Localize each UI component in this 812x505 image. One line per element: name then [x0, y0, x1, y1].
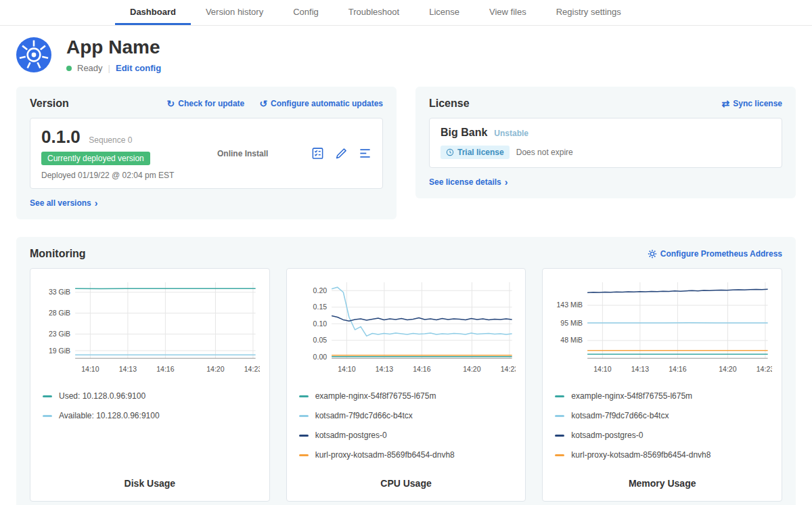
svg-text:0.05: 0.05 [313, 336, 327, 344]
chevron-right-icon: › [505, 177, 508, 187]
check-for-update-link[interactable]: ↻ Check for update [167, 99, 245, 108]
legend-label: kurl-proxy-kotsadm-8569fb6454-dnvh8 [571, 450, 710, 460]
svg-text:14:20: 14:20 [463, 365, 480, 373]
release-notes-icon[interactable] [311, 147, 324, 160]
svg-text:14:23: 14:23 [757, 365, 772, 373]
svg-text:143 MiB: 143 MiB [557, 301, 583, 309]
tab-troubleshoot[interactable]: Troubleshoot [334, 7, 414, 25]
license-card: Big Bank Unstable Trial license Does not… [429, 118, 782, 168]
legend-swatch-icon [555, 415, 564, 417]
chart-card-disk: 14:1014:1314:1614:2014:2319 GiB23 GiB28 … [30, 268, 270, 502]
memory-usage-legend: example-nginx-54f8f76755-l675mkotsadm-7f… [552, 381, 772, 470]
legend-swatch-icon [299, 415, 309, 417]
legend-item: kotsadm-postgres-0 [299, 431, 514, 440]
legend-swatch-icon [43, 415, 52, 417]
legend-item: kotsadm-7f9dc7d66c-b4tcx [555, 411, 769, 420]
svg-text:14:10: 14:10 [338, 365, 355, 373]
legend-swatch-icon [299, 454, 309, 456]
svg-text:14:20: 14:20 [719, 365, 737, 373]
configure-automatic-updates-link[interactable]: ↺ Configure automatic updates [259, 99, 383, 108]
chart-title: CPU Usage [296, 470, 516, 493]
legend-swatch-icon [299, 395, 309, 397]
version-panel: Version ↻ Check for update ↺ Configure a… [16, 87, 397, 219]
tab-license[interactable]: License [414, 7, 474, 25]
svg-text:14:13: 14:13 [375, 365, 392, 373]
sync-license-link[interactable]: ⇄ Sync license [722, 99, 782, 108]
legend-item: kurl-proxy-kotsadm-8569fb6454-dnvh8 [555, 450, 769, 460]
channel-label: Unstable [494, 129, 528, 138]
license-panel: License ⇄ Sync license Big Bank Unstable [415, 87, 796, 198]
install-type-label: Online Install [217, 149, 268, 158]
legend-label: Available: 10.128.0.96:9100 [59, 411, 160, 420]
svg-text:14:13: 14:13 [631, 365, 649, 373]
app-title: App Name [66, 37, 161, 58]
gear-icon [648, 249, 657, 259]
deploy-logs-icon[interactable] [359, 147, 371, 160]
license-expiry: Does not expire [516, 148, 573, 157]
disk-usage-chart: 14:1014:1314:1614:2014:2319 GiB23 GiB28 … [40, 277, 260, 378]
chart-title: Memory Usage [552, 470, 772, 493]
chevron-right-icon: › [95, 198, 98, 208]
refresh-icon: ↻ [167, 99, 175, 108]
deployed-timestamp: Deployed 01/19/22 @ 02:04 pm EST [41, 171, 174, 180]
sync-icon: ⇄ [722, 99, 730, 108]
legend-label: Used: 10.128.0.96:9100 [59, 391, 145, 401]
top-nav: Dashboard Version history Config Trouble… [0, 0, 812, 26]
svg-text:14:23: 14:23 [244, 365, 260, 373]
svg-text:48 MiB: 48 MiB [561, 336, 583, 344]
legend-label: example-nginx-54f8f76755-l675m [315, 391, 436, 401]
deployed-version-badge: Currently deployed version [41, 152, 150, 165]
customer-name: Big Bank [441, 127, 487, 139]
cpu-usage-legend: example-nginx-54f8f76755-l675mkotsadm-7f… [296, 381, 516, 470]
legend-item: kotsadm-7f9dc7d66c-b4tcx [299, 411, 514, 420]
svg-text:14:13: 14:13 [119, 365, 137, 373]
legend-label: example-nginx-54f8f76755-l675m [571, 391, 692, 401]
tab-version-history[interactable]: Version history [191, 7, 278, 25]
legend-item: example-nginx-54f8f76755-l675m [555, 391, 769, 401]
tab-view-files[interactable]: View files [474, 7, 541, 25]
legend-item: example-nginx-54f8f76755-l675m [299, 391, 514, 401]
see-license-details-link[interactable]: See license details › [429, 177, 508, 187]
legend-swatch-icon [555, 435, 564, 437]
disk-usage-legend: Used: 10.128.0.96:9100Available: 10.128.… [40, 381, 260, 431]
legend-item: kotsadm-postgres-0 [555, 431, 769, 440]
svg-text:0.00: 0.00 [313, 353, 327, 361]
svg-text:28 GiB: 28 GiB [49, 309, 70, 317]
svg-text:14:16: 14:16 [669, 365, 687, 373]
chart-title: Disk Usage [40, 470, 260, 493]
legend-item: Used: 10.128.0.96:9100 [43, 391, 257, 401]
svg-text:95 MiB: 95 MiB [561, 319, 583, 327]
legend-swatch-icon [299, 435, 309, 437]
app-status: Ready [77, 63, 103, 73]
svg-text:14:10: 14:10 [81, 365, 99, 373]
svg-text:14:16: 14:16 [156, 365, 174, 373]
svg-text:14:10: 14:10 [594, 365, 612, 373]
legend-label: kotsadm-postgres-0 [571, 431, 643, 440]
legend-label: kotsadm-postgres-0 [315, 431, 387, 440]
chart-card-cpu: 14:1014:1314:1614:2014:230.000.050.100.1… [286, 268, 526, 502]
chart-card-memory: 14:1014:1314:1614:2014:2348 MiB95 MiB143… [542, 268, 782, 502]
legend-item: kurl-proxy-kotsadm-8569fb6454-dnvh8 [299, 450, 514, 460]
version-number: 0.1.0 [41, 127, 81, 147]
svg-text:0.20: 0.20 [313, 286, 327, 294]
svg-text:19 GiB: 19 GiB [49, 347, 70, 355]
see-all-versions-link[interactable]: See all versions › [30, 198, 97, 208]
cpu-usage-chart: 14:1014:1314:1614:2014:230.000.050.100.1… [296, 277, 516, 378]
app-header: App Name Ready | Edit config [0, 26, 812, 87]
monitoring-panel: Monitoring Configure Prometheus Address … [16, 237, 796, 505]
svg-text:14:23: 14:23 [500, 365, 516, 373]
kubernetes-logo-icon [16, 37, 51, 72]
memory-usage-chart: 14:1014:1314:1614:2014:2348 MiB95 MiB143… [552, 277, 772, 378]
tab-registry-settings[interactable]: Registry settings [541, 7, 636, 25]
version-panel-title: Version [30, 97, 69, 110]
app-status-row: Ready | Edit config [66, 63, 161, 73]
legend-swatch-icon [43, 395, 52, 397]
legend-label: kotsadm-7f9dc7d66c-b4tcx [315, 411, 413, 420]
edit-config-icon[interactable] [335, 147, 348, 160]
tab-dashboard[interactable]: Dashboard [115, 7, 191, 25]
license-panel-title: License [429, 97, 470, 110]
version-sequence: Sequence 0 [89, 135, 132, 145]
tab-config[interactable]: Config [278, 7, 334, 25]
configure-prometheus-link[interactable]: Configure Prometheus Address [648, 249, 782, 259]
edit-config-link[interactable]: Edit config [116, 63, 161, 73]
